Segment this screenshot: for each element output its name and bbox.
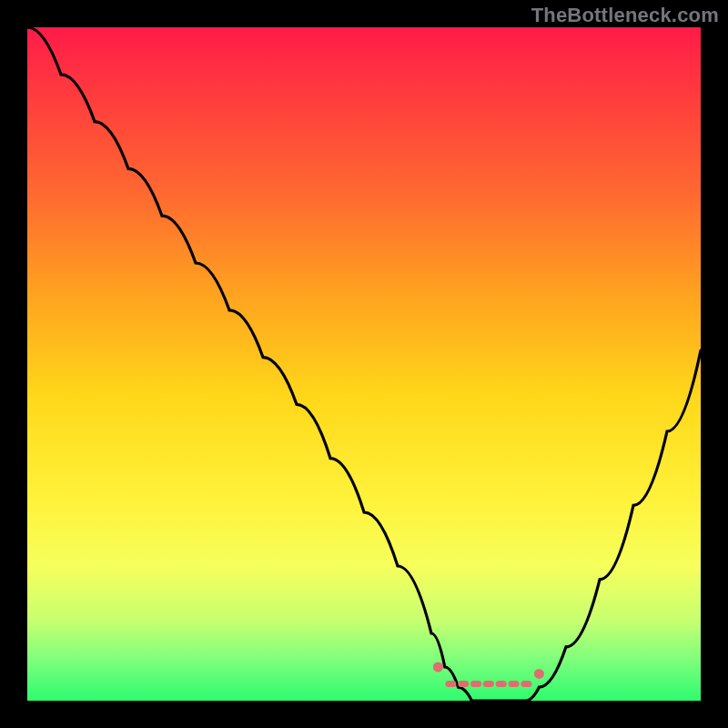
- svg-point-0: [433, 662, 443, 672]
- svg-rect-4: [470, 681, 481, 687]
- attribution-label: TheBottleneck.com: [531, 4, 719, 27]
- curve-svg: [27, 27, 701, 701]
- bottleneck-curve: [27, 27, 701, 701]
- svg-rect-5: [483, 681, 494, 687]
- optimal-range-markers: [433, 662, 544, 688]
- chart-frame: TheBottleneck.com: [0, 0, 728, 728]
- svg-rect-3: [458, 681, 469, 687]
- svg-rect-2: [445, 681, 456, 687]
- svg-point-1: [534, 669, 544, 679]
- svg-rect-8: [521, 681, 531, 687]
- svg-rect-7: [509, 681, 520, 687]
- svg-rect-6: [496, 681, 507, 687]
- plot-area: [27, 27, 701, 701]
